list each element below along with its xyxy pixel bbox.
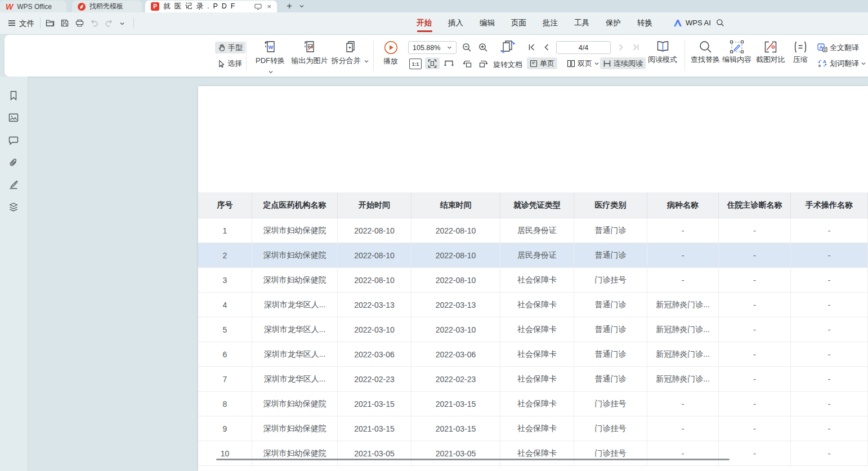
svg-text:x: x: [818, 63, 821, 68]
compress-button[interactable]: 压缩: [790, 40, 811, 65]
export-image-label: 输出为图片: [292, 56, 328, 65]
file-menu[interactable]: 文件: [19, 19, 34, 29]
two-page-button[interactable]: 双页: [564, 57, 602, 69]
quickbar-chevron-icon[interactable]: [116, 17, 128, 30]
divider: [373, 41, 374, 71]
table-cell: 门诊挂号: [574, 416, 647, 441]
select-tool-label: 选择: [227, 59, 242, 69]
next-page-button[interactable]: [615, 41, 627, 53]
full-text-translate-button[interactable]: A 全文翻译: [815, 42, 862, 53]
table-cell: 深圳市龙华区人...: [252, 317, 338, 342]
open-file-icon[interactable]: [44, 17, 56, 29]
table-row: 9深圳市妇幼保健院2021-03-152021-03-15社会保障卡门诊挂号--…: [198, 416, 868, 441]
menu-item-tools[interactable]: 工具: [574, 18, 589, 28]
close-tab-icon[interactable]: ×: [267, 3, 271, 10]
present-on-monitor-icon[interactable]: [254, 3, 262, 10]
edit-content-button[interactable]: 编辑内容: [719, 40, 754, 65]
table-cell: 深圳市妇幼保健院: [252, 441, 338, 465]
search-icon[interactable]: [716, 19, 724, 27]
menu-item-insert[interactable]: 插入: [448, 18, 463, 28]
rotate-pages-icon: [500, 39, 517, 55]
tab-wps-home[interactable]: W WPS Office: [0, 1, 66, 12]
table-row: 2深圳市妇幼保健院2022-08-102022-08-10居民身份证普通门诊--…: [198, 243, 868, 268]
attachment-panel-icon[interactable]: [8, 157, 19, 168]
hamburger-icon[interactable]: [8, 20, 16, 26]
first-page-button[interactable]: [526, 41, 537, 53]
comment-panel-icon[interactable]: [8, 135, 19, 146]
menu-item-home[interactable]: 开始: [417, 18, 432, 28]
table-cell: 新冠肺炎门诊...: [647, 342, 719, 366]
table-row: 5深圳市龙华区人...2022-03-102022-03-10社会保障卡普通门诊…: [198, 317, 868, 342]
table-cell: -: [719, 367, 791, 391]
thumbnail-panel-icon[interactable]: [8, 112, 19, 123]
menu-item-convert[interactable]: 转换: [637, 18, 652, 28]
table-cell: 普通门诊: [574, 342, 647, 366]
zoom-in-button[interactable]: [477, 41, 489, 53]
table-cell: 新冠肺炎门诊...: [647, 367, 719, 391]
table-cell: 2022-08-10: [338, 243, 411, 267]
last-page-button[interactable]: [630, 41, 641, 53]
tab-docer[interactable]: 找稻壳模板: [72, 1, 142, 12]
save-icon[interactable]: [59, 17, 71, 29]
navigation-sidebar: [0, 77, 28, 471]
page-number-input[interactable]: [556, 41, 611, 54]
rotate-left-button[interactable]: [460, 57, 474, 69]
table-header-cell: 手术操作名称: [791, 192, 868, 218]
redo-icon[interactable]: [102, 17, 115, 29]
undo-icon[interactable]: [88, 17, 100, 29]
tab-document[interactable]: P 就医记录.PDF ×: [145, 1, 277, 12]
menu-item-protect[interactable]: 保护: [606, 18, 621, 28]
screenshot-compare-button[interactable]: 截图对比: [753, 40, 788, 65]
continuous-reading-button[interactable]: 连续阅读: [600, 57, 646, 69]
export-image-button[interactable]: 输出为图片: [290, 39, 329, 66]
rotate-document-label[interactable]: 旋转文档: [493, 60, 522, 70]
pdf-convert-button[interactable]: W PDF转换: [252, 39, 289, 76]
table-cell: -: [719, 441, 791, 465]
rotate-pages-button[interactable]: [500, 39, 517, 55]
actual-size-button[interactable]: 1:1: [409, 59, 422, 69]
menu-item-annotate[interactable]: 批注: [543, 18, 558, 28]
tab-list-chevron-icon[interactable]: [299, 4, 305, 8]
reading-mode-button[interactable]: 阅读模式: [645, 39, 680, 65]
signature-panel-icon[interactable]: [8, 179, 19, 190]
play-button[interactable]: 播放: [378, 41, 403, 66]
table-cell: 深圳市妇幼保健院: [252, 416, 338, 441]
menu-item-page[interactable]: 页面: [511, 18, 526, 28]
new-tab-button[interactable]: +: [284, 1, 295, 12]
table-cell: 社会保障卡: [500, 392, 574, 416]
word-translate-button[interactable]: A x 划词翻译: [815, 57, 868, 69]
word-translate-icon: A x: [817, 59, 827, 68]
tab-wps-home-label: WPS Office: [17, 3, 52, 11]
compress-label: 压缩: [793, 55, 808, 64]
bookmark-panel-icon[interactable]: [8, 90, 19, 101]
table-cell: 社会保障卡: [500, 416, 574, 441]
table-cell: 社会保障卡: [500, 441, 574, 465]
hand-tool-button[interactable]: 手型: [215, 42, 245, 53]
table-row: 6深圳市龙华区人...2022-03-062022-03-06社会保障卡普通门诊…: [198, 342, 868, 367]
table-cell: -: [791, 317, 868, 342]
layers-panel-icon[interactable]: [8, 201, 19, 213]
split-merge-button[interactable]: 拆分合并: [331, 39, 369, 66]
zoom-out-button[interactable]: [461, 41, 472, 53]
previous-page-button[interactable]: [540, 41, 552, 53]
table-cell: 深圳市妇幼保健院: [252, 243, 338, 267]
print-icon[interactable]: [73, 17, 86, 29]
table-cell: -: [719, 416, 791, 441]
tab-bar: W WPS Office 找稻壳模板 P 就医记录.PDF × +: [0, 0, 868, 12]
menu-item-edit[interactable]: 编辑: [480, 18, 495, 28]
active-menu-underline: [417, 30, 432, 32]
pdf-file-icon: P: [151, 2, 159, 11]
find-replace-button[interactable]: 查找替换: [688, 40, 723, 65]
fit-page-button[interactable]: [425, 57, 440, 69]
cursor-icon: [218, 60, 225, 68]
select-tool-button[interactable]: 选择: [215, 57, 245, 69]
rotate-right-button[interactable]: [476, 57, 490, 69]
wps-ai-button[interactable]: WPS AI: [673, 19, 711, 27]
fit-width-button[interactable]: [443, 57, 454, 69]
pdf-convert-icon: W: [263, 39, 278, 55]
table-horizontal-scrollbar[interactable]: [216, 459, 730, 460]
single-page-button[interactable]: 单页: [527, 57, 557, 69]
zoom-level-select[interactable]: 105.88%: [408, 41, 457, 54]
split-merge-label: 拆分合并: [332, 56, 361, 65]
divider: [133, 18, 134, 28]
